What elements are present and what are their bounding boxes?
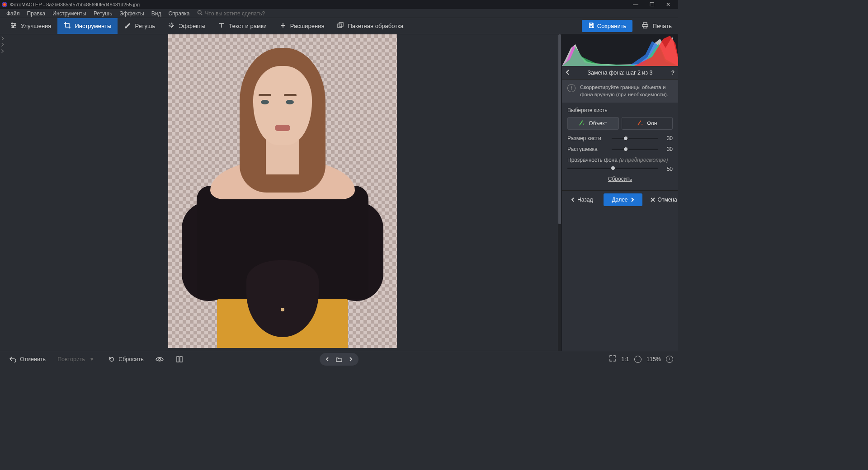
expand-panel-2[interactable] — [0, 43, 4, 47]
svg-rect-8 — [338, 24, 342, 28]
menu-search — [197, 10, 675, 17]
brush-background-label: Фон — [647, 120, 657, 127]
tab-text-frames[interactable]: Текст и рамки — [212, 18, 273, 34]
opacity-note: (в предпросмотре) — [619, 157, 668, 163]
file-name: 8a2b6385af57bbc85690fed48431d255.jpg — [46, 2, 140, 7]
tab-label: Улучшения — [21, 23, 51, 29]
tab-batch[interactable]: Пакетная обработка — [330, 18, 410, 34]
prev-image-button[interactable] — [322, 355, 332, 364]
window-maximize-button[interactable]: ❐ — [644, 0, 660, 9]
feather-slider[interactable]: Растушевка 30 — [567, 146, 673, 152]
panel-help-button[interactable]: ? — [667, 70, 675, 76]
panel-back-nav[interactable]: Назад — [566, 193, 598, 206]
opacity-value: 50 — [662, 166, 673, 172]
choose-brush-label: Выберите кисть — [567, 107, 673, 113]
undo-button[interactable]: Отменить — [5, 354, 50, 364]
histogram — [562, 34, 678, 66]
image-canvas[interactable] — [168, 34, 397, 348]
brush-size-label: Размер кисти — [567, 135, 608, 141]
tab-enhancements[interactable]: Улучшения — [4, 18, 57, 34]
zoom-ratio[interactable]: 1:1 — [621, 356, 629, 362]
expand-panel-1[interactable] — [0, 37, 4, 40]
tab-effects[interactable]: Эффекты — [161, 18, 212, 34]
tab-retouch[interactable]: Ретушь — [118, 18, 161, 34]
menu-file[interactable]: Файл — [3, 9, 24, 18]
menu-effects[interactable]: Эффекты — [116, 9, 148, 18]
compare-icon — [175, 356, 184, 362]
tab-label: Ретушь — [135, 23, 155, 29]
panel-info: i Скорректируйте границы объекта и фона … — [562, 80, 678, 103]
canvas-scrollbar[interactable] — [558, 34, 561, 351]
zoom-in-button[interactable]: + — [665, 356, 674, 363]
undo-icon — [9, 356, 17, 362]
menu-edit[interactable]: Правка — [24, 9, 49, 18]
window-close-button[interactable]: ✕ — [660, 0, 676, 9]
save-button[interactable]: Сохранить — [582, 20, 633, 32]
brush-background-button[interactable]: Фон — [622, 117, 673, 130]
svg-point-7 — [13, 27, 14, 28]
tool-tabs: Улучшения Инструменты Ретушь Эффекты Тек… — [0, 18, 678, 34]
panel-cancel-label: Отмена — [658, 197, 677, 203]
expand-panel-3[interactable] — [0, 49, 4, 53]
batch-icon — [337, 22, 344, 30]
open-folder-button[interactable] — [334, 355, 344, 364]
tab-tools[interactable]: Инструменты — [57, 18, 118, 34]
tab-label: Расширения — [290, 23, 325, 29]
menu-view[interactable]: Вид — [148, 9, 165, 18]
print-icon — [642, 22, 649, 30]
zoom-percent: 115% — [646, 356, 661, 362]
info-icon: i — [567, 84, 576, 92]
app-logo-icon — [2, 2, 7, 7]
opacity-slider[interactable] — [567, 168, 658, 169]
plus-icon — [279, 22, 287, 30]
menu-retouch[interactable]: Ретушь — [90, 9, 116, 18]
fit-screen-button[interactable] — [609, 355, 617, 363]
panel-next-button[interactable]: Далее — [604, 193, 642, 206]
zoom-out-button[interactable]: − — [634, 356, 642, 363]
panel-cancel-button[interactable]: Отмена — [645, 193, 678, 206]
main-area: Замена фона: шаг 2 из 3 ? i Скорректируй… — [0, 34, 678, 351]
tab-label: Текст и рамки — [229, 23, 267, 29]
photo-subject — [168, 34, 397, 348]
panel-back-button[interactable] — [566, 70, 573, 76]
right-panel: Замена фона: шаг 2 из 3 ? i Скорректируй… — [561, 34, 678, 351]
panel-info-text: Скорректируйте границы объекта и фона вр… — [580, 84, 673, 98]
save-icon — [588, 22, 594, 30]
search-icon — [197, 10, 203, 17]
reset-button[interactable]: Сбросить — [103, 354, 148, 364]
menu-search-input[interactable] — [205, 10, 296, 17]
reset-label: Сбросить — [118, 356, 144, 362]
svg-line-1 — [201, 14, 202, 15]
menu-help[interactable]: Справка — [165, 9, 193, 18]
menu-tools[interactable]: Инструменты — [49, 9, 90, 18]
panel-title: Замена фона: шаг 2 из 3 — [573, 70, 667, 76]
app-title: ФотоМАСТЕР - 8a2b6385af57bbc85690fed4843… — [10, 2, 627, 7]
preview-original-button[interactable] — [151, 355, 168, 364]
tab-label: Инструменты — [75, 23, 111, 29]
save-label: Сохранить — [597, 23, 627, 29]
compare-button[interactable] — [171, 354, 188, 364]
undo-label: Отменить — [20, 356, 46, 362]
crop-icon — [64, 22, 71, 30]
brush-section: Выберите кисть Объект Фон Размер кисти 3… — [562, 103, 678, 190]
opacity-label: Прозрачность фона — [567, 157, 618, 163]
brush-size-slider[interactable]: Размер кисти 30 — [567, 135, 673, 141]
next-image-button[interactable] — [346, 355, 356, 364]
brush-object-button[interactable]: Объект — [567, 117, 619, 130]
svg-rect-12 — [643, 26, 647, 28]
sparkle-icon — [168, 22, 175, 30]
redo-label: Повторить — [57, 356, 85, 362]
canvas-area[interactable] — [4, 34, 561, 351]
text-icon — [218, 22, 225, 30]
titlebar: ФотоМАСТЕР - 8a2b6385af57bbc85690fed4843… — [0, 0, 678, 9]
tab-label: Пакетная обработка — [348, 23, 403, 29]
print-button[interactable]: Печать — [635, 18, 678, 34]
tab-extensions[interactable]: Расширения — [273, 18, 331, 34]
opacity-label-row: Прозрачность фона (в предпросмотре) — [567, 157, 673, 163]
svg-point-0 — [198, 11, 201, 14]
redo-button[interactable]: Повторить ▾ — [53, 354, 100, 364]
panel-reset-link[interactable]: Сбросить — [567, 176, 673, 182]
bottom-bar: Отменить Повторить ▾ Сбросить 1:1 − 115%… — [0, 351, 678, 367]
brush-icon — [124, 22, 131, 30]
window-minimize-button[interactable]: — — [627, 0, 644, 9]
